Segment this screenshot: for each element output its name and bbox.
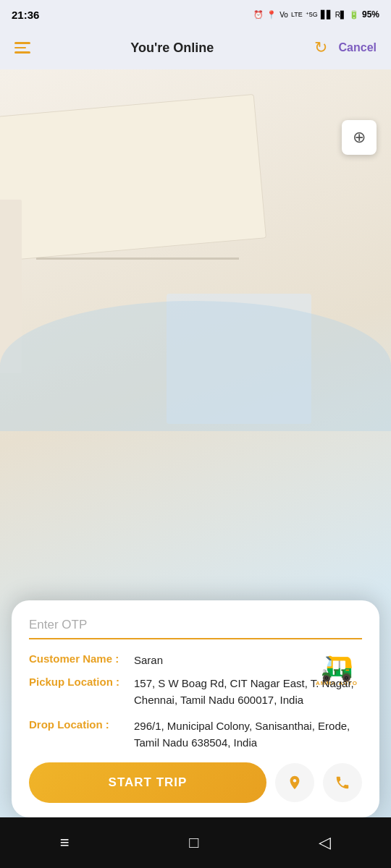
- pickup-label: Pickup Location :: [29, 676, 134, 688]
- map-area: ⊕ Google Customer Name : Saran 🛺 AMMA AU…: [0, 69, 391, 868]
- target-icon: ⊕: [353, 128, 366, 147]
- battery-percent: 95%: [362, 9, 379, 20]
- pickup-location-row: Pickup Location : 157, S W Boag Rd, CIT …: [29, 676, 362, 708]
- status-icons: ⏰ 📍 Vo LTE ⁺5G ▋▋ R▋ 🔋 95%: [253, 9, 379, 20]
- trip-info-card: Customer Name : Saran 🛺 AMMA AUTO Pickup…: [12, 600, 379, 818]
- start-trip-button[interactable]: START TRIP: [29, 762, 266, 803]
- network-icon: Vo: [279, 11, 288, 19]
- drop-label: Drop Location :: [29, 718, 134, 731]
- nav-back-icon[interactable]: ◁: [311, 826, 338, 859]
- phone-icon: [335, 775, 350, 791]
- top-right-actions: ↻ Cancel: [314, 38, 377, 57]
- map-block: [0, 94, 266, 262]
- otp-input[interactable]: [29, 618, 362, 639]
- top-bar: You're Online ↻ Cancel: [0, 26, 391, 69]
- action-row: START TRIP: [29, 762, 362, 803]
- call-action-button[interactable]: [323, 763, 362, 802]
- signal2-icon: R▋: [335, 11, 346, 19]
- nav-home-icon[interactable]: □: [182, 826, 206, 859]
- status-bar: 21:36 ⏰ 📍 Vo LTE ⁺5G ▋▋ R▋ 🔋 95%: [0, 0, 391, 26]
- nav-bar: ≡ □ ◁: [0, 817, 391, 868]
- battery-icon: 🔋: [349, 10, 359, 20]
- drop-location-row: Drop Location : 296/1, Municipal Colony,…: [29, 718, 362, 751]
- alarm-icon: ⏰: [253, 10, 264, 20]
- location-icon: 📍: [266, 10, 277, 20]
- my-location-button[interactable]: ⊕: [342, 120, 377, 155]
- customer-name-row: Customer Name : Saran 🛺 AMMA AUTO: [29, 652, 362, 669]
- lte-icon: LTE: [291, 11, 303, 18]
- cancel-button[interactable]: Cancel: [339, 41, 377, 54]
- customer-label: Customer Name :: [29, 652, 134, 665]
- map-road: [36, 258, 239, 260]
- page-title: You're Online: [130, 41, 214, 56]
- signal-icon: ▋▋: [321, 10, 332, 20]
- pickup-value: 157, S W Boag Rd, CIT Nagar East, T. Nag…: [134, 676, 362, 708]
- status-time: 21:36: [12, 9, 39, 21]
- 5g-icon: ⁺5G: [306, 11, 318, 18]
- hamburger-menu[interactable]: [14, 42, 30, 54]
- map-block: [0, 301, 391, 431]
- drop-value: 296/1, Municipal Colony, Sanisanthai, Er…: [134, 718, 362, 751]
- nav-menu-icon[interactable]: ≡: [53, 826, 77, 859]
- otp-input-wrapper: [29, 618, 362, 639]
- location-action-button[interactable]: [275, 763, 314, 802]
- pin-icon: [287, 775, 303, 791]
- refresh-icon[interactable]: ↻: [314, 38, 327, 57]
